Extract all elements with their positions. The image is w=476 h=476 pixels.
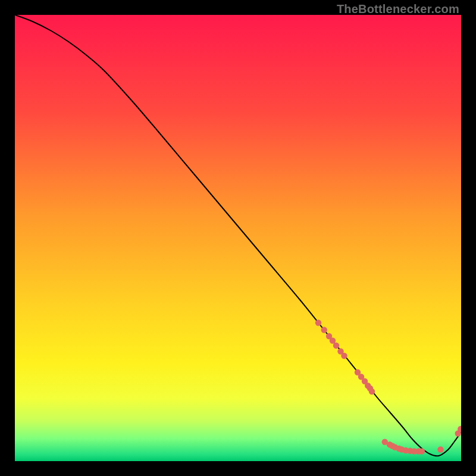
data-point [321,327,327,333]
data-point [333,343,339,349]
chart-svg [15,15,461,461]
data-point [341,353,347,359]
plot-area [15,15,461,461]
chart-stage: TheBottlenecker.com [0,0,476,476]
data-point [369,389,375,394]
data-point [315,320,321,325]
chart-background [15,15,461,461]
data-point [437,446,443,452]
data-point [419,448,425,454]
watermark-label: TheBottlenecker.com [337,2,459,16]
